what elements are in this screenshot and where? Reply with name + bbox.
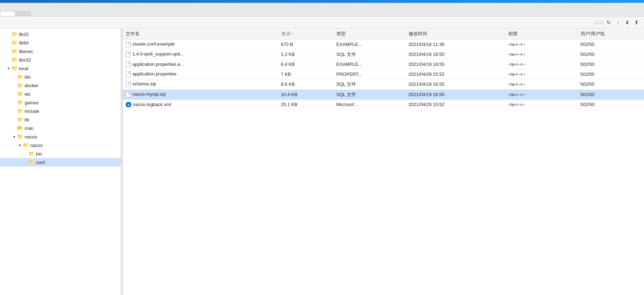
folder-icon: 📂 bbox=[17, 125, 23, 131]
folder-icon: 📁 bbox=[11, 57, 17, 63]
tree-arrow-icon: ▼ bbox=[11, 135, 17, 139]
table-row[interactable]: schema.sql 8.6 KB SQL 文件 2021/04/19 16:5… bbox=[123, 79, 644, 89]
file-icon bbox=[126, 72, 131, 77]
download-icon[interactable]: ⬇ bbox=[623, 19, 631, 26]
cell-type: PROPERT... bbox=[334, 69, 405, 79]
cell-modified: 2021/04/29 15:52 bbox=[405, 100, 505, 110]
tree-item-lib32[interactable]: 📁 lib32 bbox=[0, 30, 121, 38]
cell-name: nacos-mysql.sql bbox=[123, 89, 278, 100]
cell-perm: -rw-r--r-- bbox=[506, 49, 577, 59]
tree-item-lib64[interactable]: 📁 lib64 bbox=[0, 38, 121, 47]
tree-arrow-icon: ▼ bbox=[17, 143, 23, 147]
cell-modified: 2021/04/19 16:55 bbox=[405, 59, 505, 69]
folder-icon: 📁 bbox=[28, 151, 35, 157]
cell-perm: -rw-r--r-- bbox=[506, 100, 577, 110]
tree-item-lib[interactable]: 📁 lib bbox=[0, 115, 121, 124]
cell-name: application.properties bbox=[123, 69, 278, 79]
tree-item-nacos_parent[interactable]: ▼ 📁 nacos bbox=[0, 132, 121, 141]
table-row[interactable]: nacos-mysql.sql 10.4 KB SQL 文件 2021/04/1… bbox=[123, 89, 644, 100]
cell-perm: -rw-r--r-- bbox=[506, 79, 577, 89]
tree-item-conf[interactable]: 📁 conf bbox=[0, 158, 121, 167]
tree-item-label: lib64 bbox=[19, 40, 28, 46]
col-header-modified[interactable]: 修改时间 bbox=[405, 28, 505, 39]
tree-arrow-icon: ▼ bbox=[6, 67, 11, 70]
cell-size: 25.1 KB bbox=[278, 100, 334, 110]
col-header-name[interactable]: 文件名 bbox=[123, 28, 278, 39]
history-button[interactable] bbox=[594, 21, 603, 24]
cell-modified: 2021/04/19 16:55 bbox=[405, 79, 505, 89]
file-tree: 📁 lib32 📁 lib64 📁 libexec 📁 libx32 ▼ 📁 l… bbox=[0, 28, 121, 295]
tree-item-docker[interactable]: 📁 docker bbox=[0, 81, 121, 90]
folder-icon: 📁 bbox=[11, 48, 17, 54]
folder-icon: 📁 bbox=[17, 91, 23, 97]
cell-modified: 2021/04/19 16:55 bbox=[405, 49, 505, 59]
tree-item-label: nacos bbox=[25, 134, 37, 139]
folder-icon: 📁 bbox=[17, 108, 23, 114]
col-header-type[interactable]: 类型 bbox=[334, 28, 405, 39]
edge-icon: e bbox=[126, 102, 131, 107]
table-row[interactable]: application.properties 7 KB PROPERT... 2… bbox=[123, 69, 644, 79]
tree-item-include[interactable]: 📁 include bbox=[0, 107, 121, 115]
cell-user: 502/50 bbox=[577, 49, 644, 59]
cell-user: 502/50 bbox=[577, 79, 644, 89]
cell-perm: -rw-r--r-- bbox=[506, 59, 577, 69]
tree-item-label: local bbox=[19, 66, 28, 71]
file-icon bbox=[126, 52, 131, 57]
cell-type: SQL 文件 bbox=[334, 89, 405, 100]
refresh-icon[interactable]: ↻ bbox=[605, 19, 613, 26]
table-row[interactable]: 1.4.0-ipv6_support-upd... 1.2 KB SQL 文件 … bbox=[123, 49, 644, 59]
cell-size: 7 KB bbox=[278, 69, 334, 79]
tree-item-label: lib bbox=[25, 117, 29, 122]
tree-item-games[interactable]: 📁 games bbox=[0, 98, 121, 107]
tree-item-man[interactable]: 📂 man bbox=[0, 124, 121, 132]
cell-type: SQL 文件 bbox=[334, 79, 405, 89]
tree-item-local[interactable]: ▼ 📁 local bbox=[0, 64, 121, 73]
cell-size: 6.4 KB bbox=[278, 59, 334, 69]
tree-item-label: bin bbox=[36, 151, 42, 157]
cell-perm: -rw-r--r-- bbox=[506, 89, 577, 100]
table-body: cluster.conf.example 670 B EXAMPLE... 20… bbox=[123, 39, 644, 110]
cell-modified: 2021/04/29 15:52 bbox=[405, 69, 505, 79]
tree-item-label: conf bbox=[36, 160, 45, 165]
tree-item-bin[interactable]: 📁 bin bbox=[0, 73, 121, 81]
tree-item-label: games bbox=[25, 100, 38, 105]
cell-size: 10.4 KB bbox=[278, 89, 334, 100]
cell-perm: -rw-r--r-- bbox=[506, 39, 577, 49]
sort-arrow-icon: ↑ bbox=[292, 32, 294, 36]
tree-item-label: lib32 bbox=[19, 32, 28, 37]
table-row[interactable]: cluster.conf.example 670 B EXAMPLE... 20… bbox=[123, 39, 644, 49]
cell-type: Microsof... bbox=[334, 100, 405, 110]
address-bar: ↻ ↑ ⬇ ⬆ bbox=[0, 16, 644, 28]
col-header-perm[interactable]: 权限 bbox=[506, 28, 577, 39]
top-gradient-bar bbox=[0, 0, 644, 3]
cell-user: 502/50 bbox=[577, 100, 644, 110]
file-icon bbox=[126, 62, 131, 67]
tab-files[interactable] bbox=[0, 11, 15, 16]
file-list: 文件名大小↑类型修改时间权限用户/用户组 cluster.conf.exampl… bbox=[123, 28, 644, 295]
tab-bar bbox=[0, 3, 644, 16]
table-row[interactable]: enacos-logback.xml 25.1 KB Microsof... 2… bbox=[123, 100, 644, 110]
file-icon bbox=[126, 81, 131, 87]
upload-icon[interactable]: ⬆ bbox=[633, 19, 640, 26]
folder-icon: 📁 bbox=[11, 40, 17, 46]
tree-item-libx32[interactable]: 📁 libx32 bbox=[0, 56, 121, 64]
file-icon bbox=[126, 42, 131, 47]
col-header-user[interactable]: 用户/用户组 bbox=[577, 28, 644, 39]
cell-perm: -rw-r--r-- bbox=[506, 69, 577, 79]
cell-type: EXAMPLE... bbox=[334, 39, 405, 49]
up-icon[interactable]: ↑ bbox=[614, 19, 622, 26]
file-table: 文件名大小↑类型修改时间权限用户/用户组 cluster.conf.exampl… bbox=[123, 28, 644, 110]
col-header-size[interactable]: 大小↑ bbox=[278, 28, 334, 39]
tree-item-label: man bbox=[25, 126, 33, 131]
tree-item-bin_nacos[interactable]: 📁 bin bbox=[0, 149, 121, 158]
tree-item-nacos_child[interactable]: ▼ 📁 nacos bbox=[0, 141, 121, 149]
cell-user: 502/50 bbox=[577, 39, 644, 49]
cell-size: 670 B bbox=[278, 39, 334, 49]
table-row[interactable]: application.properties.e... 6.4 KB EXAMP… bbox=[123, 59, 644, 69]
resize-handle[interactable]: · · · bbox=[121, 28, 123, 295]
tab-commands[interactable] bbox=[16, 11, 31, 16]
tree-item-libexec[interactable]: 📁 libexec bbox=[0, 47, 121, 56]
cell-name: schema.sql bbox=[123, 79, 278, 89]
tree-item-etc[interactable]: 📁 etc bbox=[0, 90, 121, 98]
tree-item-label: libx32 bbox=[19, 57, 31, 63]
